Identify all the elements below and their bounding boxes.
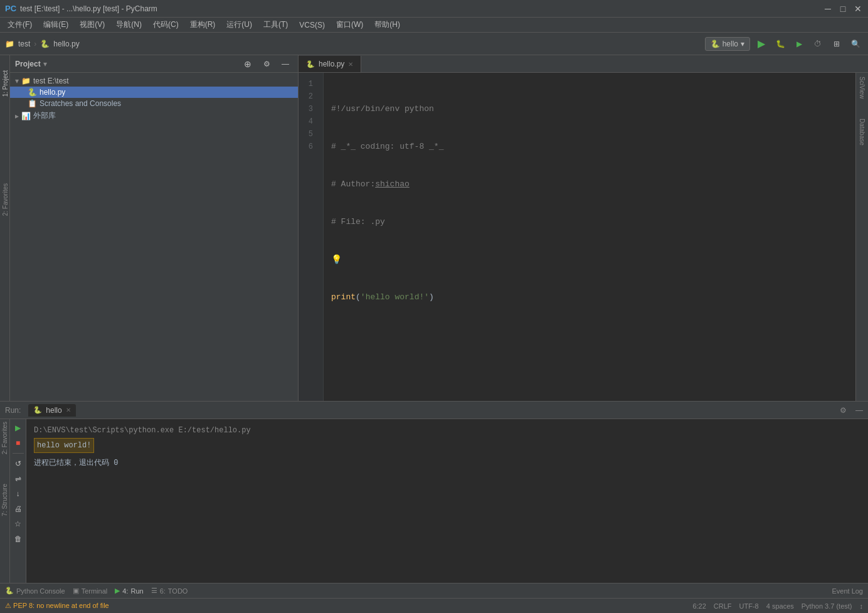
event-log-label: Event Log — [832, 587, 863, 595]
tree-item-external-libs[interactable]: ▸ 📊 外部库 — [10, 109, 298, 122]
titlebar-controls: ─ □ ✕ — [823, 4, 863, 14]
menu-view[interactable]: 视图(V) — [75, 18, 110, 31]
code-line-2: # _*_ coding: utf-8 _*_ — [331, 141, 848, 153]
menu-edit[interactable]: 编辑(E) — [38, 18, 73, 31]
run-delete-button[interactable]: 🗑 — [12, 533, 24, 545]
editor-tab-hello-py[interactable]: 🐍 hello.py ✕ — [299, 56, 361, 72]
run-output-highlighted: hello world! — [34, 438, 94, 453]
todo-button[interactable]: ☰ 6: TODO — [151, 587, 188, 595]
project-tab-label[interactable]: 1: Project — [1, 68, 10, 99]
status-chevron[interactable]: ↕ — [860, 602, 864, 610]
code-editor[interactable]: 1 2 3 4 5 6 #!/usr/bin/env python # _*_ … — [299, 73, 855, 401]
run-wrap-button[interactable]: ⇌ — [12, 472, 24, 485]
toolbar-file-icon: 🐍 — [40, 40, 50, 48]
menu-tools[interactable]: 工具(T) — [258, 18, 293, 31]
tree-root[interactable]: ▾ 📁 test E:\test — [10, 75, 298, 87]
more-actions-button[interactable]: ⊞ — [829, 36, 844, 51]
run-star-button[interactable]: ☆ — [12, 518, 24, 530]
content-wrapper: 1: Project 2: Favorites Project ▾ ⊕ ⚙ — — [0, 55, 868, 613]
todo-label: TODO — [168, 587, 188, 595]
database-label[interactable]: Database — [857, 115, 867, 149]
project-settings-button[interactable]: ⚙ — [259, 56, 274, 72]
code-line-1: #!/usr/bin/env python — [331, 103, 848, 115]
cursor-position[interactable]: 6:22 — [692, 602, 706, 610]
run-tabs: Run: 🐍 hello ✕ ⚙ — — [0, 402, 868, 419]
run-tab-close[interactable]: ✕ — [66, 407, 71, 413]
terminal-label: Terminal — [82, 587, 108, 595]
python-console-button[interactable]: 🐍 Python Console — [5, 587, 65, 595]
run-tab-name: hello — [46, 406, 61, 415]
project-panel: Project ▾ ⊕ ⚙ — ▾ 📁 test E:\test — [10, 55, 299, 401]
code-line-5: 💡 — [331, 253, 848, 266]
menu-vcs[interactable]: VCS(S) — [294, 19, 330, 31]
project-header-right: ⊕ ⚙ — — [240, 56, 293, 72]
run-scroll-button[interactable]: ↓ — [12, 488, 24, 500]
project-locate-button[interactable]: ⊕ — [240, 56, 255, 72]
run-tab-icon: 🐍 — [33, 406, 42, 414]
titlebar-left: PC test [E:\test] - ...\hello.py [test] … — [5, 4, 157, 13]
coverage-button[interactable]: ▶ — [791, 36, 807, 51]
search-everywhere-button[interactable]: 🔍 — [848, 36, 863, 51]
event-log-button[interactable]: Event Log — [832, 587, 863, 595]
menu-run[interactable]: 运行(U) — [221, 18, 257, 31]
run-config-label: hello — [722, 40, 738, 48]
run-minimize-icon[interactable]: — — [855, 406, 863, 415]
statusbar-right: 6:22 CRLF UTF-8 4 spaces Python 3.7 (tes… — [692, 602, 863, 610]
run-label: Run: — [5, 406, 21, 415]
editor-container: 🐍 hello.py ✕ 1 2 3 4 5 6 — [299, 55, 868, 401]
project-header: Project ▾ ⊕ ⚙ — — [10, 55, 298, 73]
python-version[interactable]: Python 3.7 (test) — [802, 602, 852, 610]
tab-file-icon: 🐍 — [306, 60, 315, 68]
run-play-button[interactable]: ▶ — [12, 422, 24, 434]
close-button[interactable]: ✕ — [853, 4, 863, 14]
terminal-icon: ▣ — [73, 587, 79, 595]
titlebar-title: test [E:\test] - ...\hello.py [test] - P… — [20, 4, 157, 13]
menu-window[interactable]: 窗口(W) — [331, 18, 368, 31]
bottom-panel: Run: 🐍 hello ✕ ⚙ — 2: Favorites ▶ ■ ↺ ⇌ — [0, 401, 868, 583]
menu-code[interactable]: 代码(C) — [148, 18, 184, 31]
indent-info[interactable]: 4 spaces — [766, 602, 794, 610]
structure-tab-label[interactable]: 7: Structure — [1, 484, 8, 516]
menu-file[interactable]: 文件(F) — [3, 18, 37, 31]
maximize-button[interactable]: □ — [838, 4, 848, 14]
folder-icon: 📁 — [5, 40, 14, 48]
tree-item-scratches[interactable]: 📋 Scratches and Consoles — [10, 98, 298, 109]
status-warning[interactable]: ⚠ PEP 8: no newline at end of file — [5, 602, 109, 610]
toolbar-test-label: test — [18, 40, 30, 48]
run-rerun-button[interactable]: ↺ — [12, 457, 24, 470]
favorites-tab-label[interactable]: 2: Favorites — [1, 181, 10, 218]
line-separator[interactable]: CRLF — [714, 602, 732, 610]
run-tab-hello[interactable]: 🐍 hello ✕ — [28, 404, 75, 417]
sciview-label[interactable]: SciView — [857, 73, 867, 102]
left-panel-tabs: 1: Project 2: Favorites — [0, 55, 10, 401]
run-stop-button[interactable]: ■ — [12, 437, 24, 449]
run-config-button[interactable]: 🐍 hello ▾ — [705, 37, 750, 51]
run-command-line: D:\ENVS\test\Scripts\python.exe E:/test/… — [34, 424, 860, 437]
tree-item-hello-py[interactable]: 🐍 hello.py — [10, 87, 298, 98]
run-content: 2: Favorites ▶ ■ ↺ ⇌ ↓ 🖨 ☆ 🗑 D:\ENVS\tes… — [0, 419, 868, 583]
run-settings-icon[interactable]: ⚙ — [840, 406, 847, 415]
tree-label-hello-py: hello.py — [40, 88, 65, 97]
run-output: D:\ENVS\test\Scripts\python.exe E:/test/… — [26, 419, 868, 583]
profile-button[interactable]: ⏱ — [810, 36, 825, 51]
tab-close-button[interactable]: ✕ — [348, 61, 353, 68]
run-left-label[interactable]: 2: Favorites — [1, 422, 8, 454]
tree-label-scratches: Scratches and Consoles — [40, 99, 121, 108]
menu-refactor[interactable]: 重构(R) — [185, 18, 221, 31]
encoding[interactable]: UTF-8 — [739, 602, 759, 610]
code-line-6: print('hello world!') — [331, 291, 848, 304]
run-panel-button[interactable]: ▶ 4: Run — [115, 587, 143, 595]
code-content[interactable]: #!/usr/bin/env python # _*_ coding: utf-… — [324, 73, 855, 401]
menu-navigate[interactable]: 导航(N) — [111, 18, 147, 31]
run-button[interactable]: ▶ — [754, 36, 769, 51]
project-chevron[interactable]: ▾ — [43, 60, 47, 68]
tab-file-label: hello.py — [319, 60, 344, 68]
menu-help[interactable]: 帮助(H) — [369, 18, 405, 31]
line-numbers: 1 2 3 4 5 6 — [299, 73, 324, 401]
debug-button[interactable]: 🐛 — [773, 36, 788, 51]
structure-tab-area: 7: Structure — [0, 475, 10, 525]
minimize-button[interactable]: ─ — [823, 4, 833, 14]
terminal-button[interactable]: ▣ Terminal — [73, 587, 108, 595]
run-filter-button[interactable]: 🖨 — [12, 503, 24, 515]
project-collapse-button[interactable]: — — [278, 56, 293, 72]
